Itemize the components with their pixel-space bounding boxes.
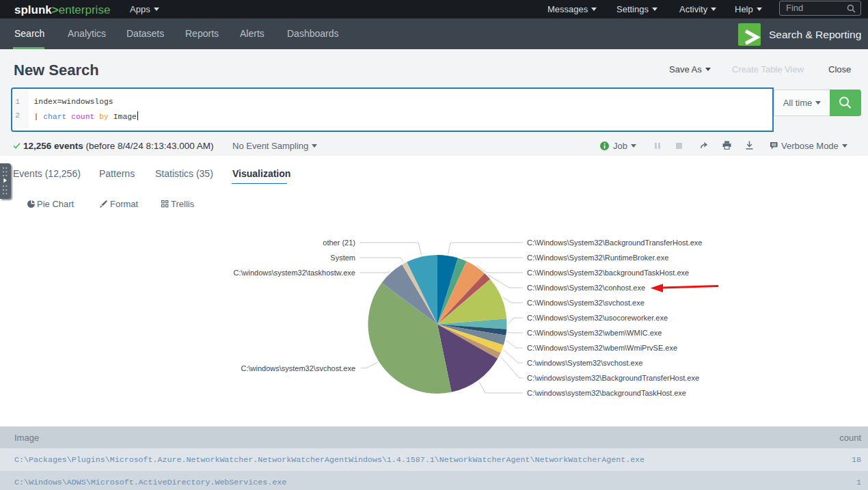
- svg-text:C:\Windows\System32\conhost.ex: C:\Windows\System32\conhost.exe: [527, 284, 645, 292]
- svg-text:System: System: [330, 254, 355, 262]
- svg-text:C:\Windows\System32\svchost.ex: C:\Windows\System32\svchost.exe: [527, 299, 645, 307]
- svg-text:C:\Windows\System32\Background: C:\Windows\System32\BackgroundTransferHo…: [527, 239, 702, 247]
- svg-text:C:\Windows\System32\RuntimeBro: C:\Windows\System32\RuntimeBroker.exe: [527, 254, 668, 262]
- svg-text:C:\windows\system32\background: C:\windows\system32\backgroundTaskHost.e…: [527, 389, 686, 397]
- svg-text:C:\windows\system32\svchost.ex: C:\windows\system32\svchost.exe: [241, 364, 355, 372]
- svg-text:C:\Windows\System32\wbem\WMIC.: C:\Windows\System32\wbem\WMIC.exe: [527, 329, 662, 337]
- svg-text:other (21): other (21): [323, 239, 355, 247]
- svg-text:C:\windows\system32\taskhostw.: C:\windows\system32\taskhostw.exe: [233, 269, 355, 277]
- svg-text:C:\Windows\System32\background: C:\Windows\System32\backgroundTaskHost.e…: [527, 269, 689, 277]
- svg-text:C:\windows\system32\Background: C:\windows\system32\BackgroundTransferHo…: [527, 374, 699, 382]
- svg-text:C:\Windows\System32\usocorewor: C:\Windows\System32\usocoreworker.exe: [527, 314, 668, 322]
- svg-text:C:\windows\System32\svchost.ex: C:\windows\System32\svchost.exe: [527, 359, 642, 367]
- svg-text:C:\Windows\System32\wbem\WmiPr: C:\Windows\System32\wbem\WmiPrvSE.exe: [527, 344, 677, 352]
